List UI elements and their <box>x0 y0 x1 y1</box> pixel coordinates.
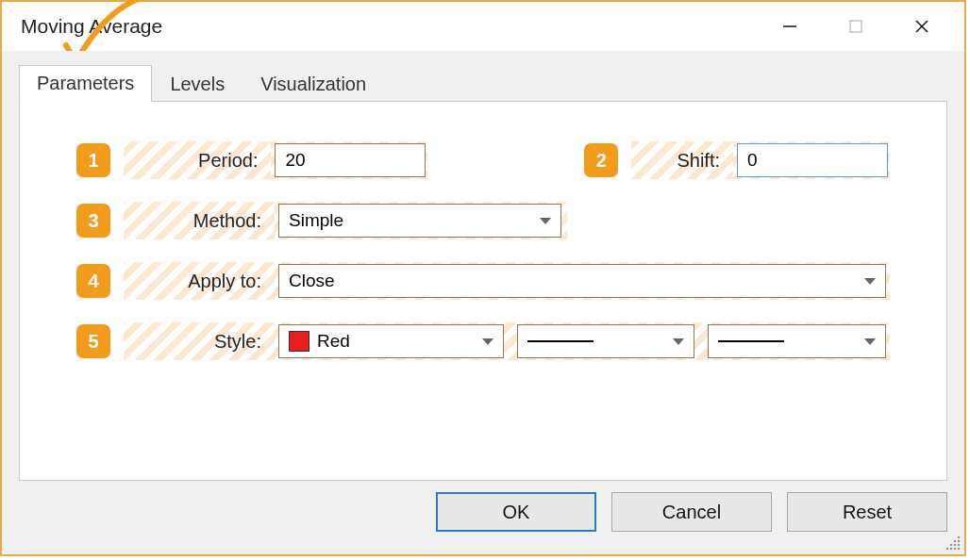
method-value: Simple <box>289 210 343 231</box>
row-style: 5 Style: Red <box>76 322 890 360</box>
close-button[interactable] <box>908 12 936 41</box>
tabstrip: Parameters Levels Visualization <box>2 62 964 102</box>
badge-3: 3 <box>76 204 110 238</box>
svg-point-12 <box>954 548 957 551</box>
row-applyto: 4 Apply to: Close <box>76 262 890 300</box>
svg-point-5 <box>954 540 957 543</box>
style-linepattern-select[interactable] <box>517 324 695 358</box>
client-area: Parameters Levels Visualization 1 Period… <box>2 51 964 554</box>
shift-input[interactable] <box>737 143 888 177</box>
ok-button[interactable]: OK <box>436 492 596 532</box>
maximize-button[interactable] <box>842 12 870 41</box>
reset-button[interactable]: Reset <box>787 492 947 532</box>
svg-point-8 <box>954 544 957 547</box>
cancel-button[interactable]: Cancel <box>611 492 772 532</box>
svg-point-9 <box>958 544 961 547</box>
tab-parameters[interactable]: Parameters <box>19 65 152 102</box>
period-label: Period: <box>124 141 271 179</box>
svg-point-7 <box>950 544 953 547</box>
line-width-icon <box>718 340 784 342</box>
shift-label: Shift: <box>631 141 733 179</box>
resize-grip-icon[interactable] <box>944 534 962 552</box>
style-color-name: Red <box>317 331 350 352</box>
method-select[interactable]: Simple <box>278 204 561 238</box>
applyto-select[interactable]: Close <box>278 264 886 298</box>
badge-5: 5 <box>76 324 110 358</box>
window-title: Moving Average <box>21 15 162 38</box>
applyto-value: Close <box>289 271 335 291</box>
line-pattern-icon <box>527 340 594 342</box>
tab-body: 1 Period: 2 Shift: 3 Method: Simple <box>19 101 947 481</box>
svg-point-10 <box>946 548 949 551</box>
dialog-window: Moving Average Parameters Levels Visuali… <box>0 0 966 556</box>
chevron-down-icon <box>540 218 551 224</box>
svg-point-6 <box>958 540 961 543</box>
window-buttons <box>776 12 945 41</box>
style-linewidth-select[interactable] <box>708 324 886 358</box>
style-label: Style: <box>124 322 275 360</box>
tab-visualization[interactable]: Visualization <box>242 66 384 102</box>
chevron-down-icon <box>864 278 876 285</box>
color-swatch-icon <box>289 331 309 352</box>
titlebar: Moving Average <box>2 2 964 51</box>
tab-levels[interactable]: Levels <box>152 66 242 102</box>
style-color-select[interactable]: Red <box>278 324 504 358</box>
svg-point-13 <box>958 548 961 551</box>
svg-rect-1 <box>850 21 861 32</box>
dialog-footer: OK Cancel Reset <box>19 492 947 537</box>
chevron-down-icon <box>482 338 493 345</box>
chevron-down-icon <box>864 338 876 345</box>
period-input[interactable] <box>275 143 426 177</box>
minimize-button[interactable] <box>776 12 804 41</box>
chevron-down-icon <box>673 338 684 345</box>
svg-point-11 <box>950 548 953 551</box>
badge-4: 4 <box>76 264 110 298</box>
method-label: Method: <box>124 202 275 239</box>
applyto-label: Apply to: <box>124 262 275 300</box>
row-period-shift: 1 Period: 2 Shift: <box>76 141 890 179</box>
svg-point-4 <box>958 536 961 539</box>
badge-2: 2 <box>584 143 618 177</box>
badge-1: 1 <box>76 143 110 177</box>
row-method: 3 Method: Simple <box>76 202 890 239</box>
